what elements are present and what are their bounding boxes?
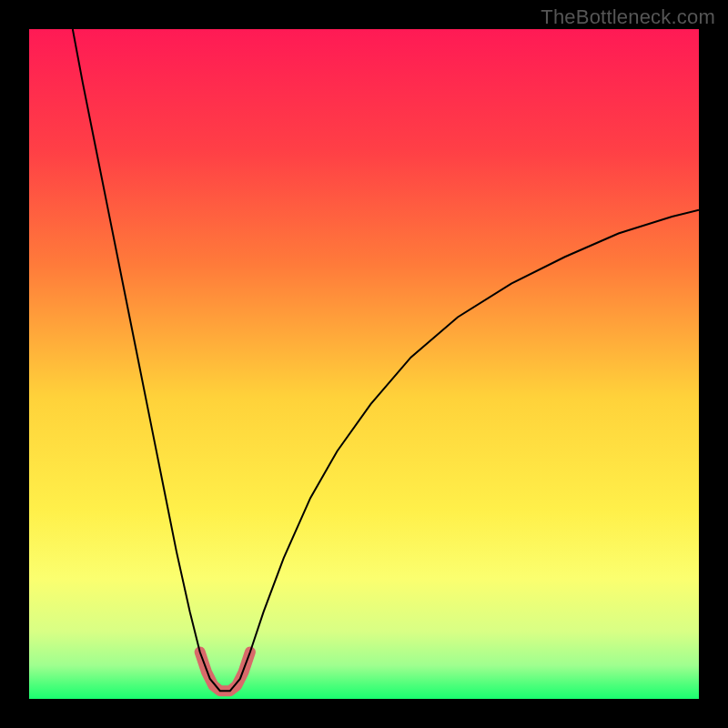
bottleneck-curve-path: [73, 29, 699, 691]
chart-plot-area: [29, 29, 699, 699]
watermark-text: TheBottleneck.com: [541, 5, 715, 29]
chart-curve-layer: [29, 29, 699, 699]
